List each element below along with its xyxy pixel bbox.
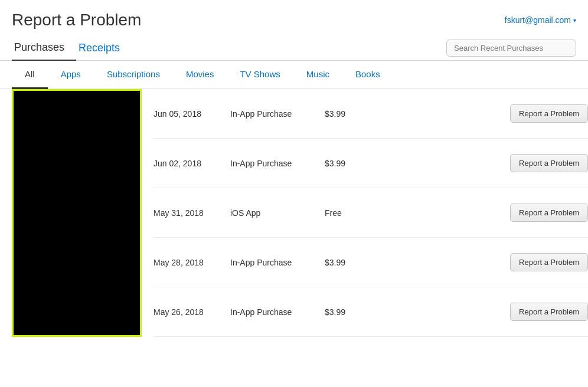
purchase-date: May 26, 2018 bbox=[153, 307, 230, 317]
chevron-down-icon: ▾ bbox=[573, 17, 576, 24]
search-input[interactable] bbox=[446, 40, 576, 57]
report-problem-button[interactable]: Report a Problem bbox=[510, 104, 588, 123]
category-tab-music[interactable]: Music bbox=[293, 61, 342, 89]
category-tab-all[interactable]: All bbox=[12, 61, 48, 89]
purchase-price: $3.99 bbox=[325, 258, 372, 267]
category-tab-apps[interactable]: Apps bbox=[48, 61, 94, 89]
app-thumbnail-image bbox=[12, 89, 142, 337]
purchase-row: Jun 02, 2018In-App Purchase$3.99Report a… bbox=[153, 139, 588, 188]
purchase-price: Free bbox=[325, 208, 372, 218]
main-tab-receipts[interactable]: Receipts bbox=[76, 35, 132, 60]
report-problem-button[interactable]: Report a Problem bbox=[510, 303, 588, 321]
main-tabs-left: PurchasesReceipts bbox=[12, 35, 132, 60]
purchase-price: $3.99 bbox=[325, 307, 372, 317]
purchase-type: In-App Purchase bbox=[230, 109, 325, 119]
purchase-date: May 28, 2018 bbox=[153, 258, 230, 267]
purchase-rows: Jun 05, 2018In-App Purchase$3.99Report a… bbox=[153, 89, 588, 337]
category-tab-movies[interactable]: Movies bbox=[173, 61, 227, 89]
category-tab-tvshows[interactable]: TV Shows bbox=[227, 61, 293, 89]
category-tab-books[interactable]: Books bbox=[342, 61, 393, 89]
purchase-date: Jun 02, 2018 bbox=[153, 159, 230, 168]
report-problem-button[interactable]: Report a Problem bbox=[510, 154, 588, 172]
user-menu[interactable]: fskurt@gmail.com ▾ bbox=[505, 15, 576, 25]
purchase-type: In-App Purchase bbox=[230, 159, 325, 168]
purchase-date: May 31, 2018 bbox=[153, 208, 230, 218]
purchase-price: $3.99 bbox=[325, 159, 372, 168]
purchase-price: $3.99 bbox=[325, 109, 372, 119]
purchase-row: Jun 05, 2018In-App Purchase$3.99Report a… bbox=[153, 89, 588, 139]
report-problem-button[interactable]: Report a Problem bbox=[510, 204, 588, 222]
purchase-list-container: Jun 05, 2018In-App Purchase$3.99Report a… bbox=[0, 89, 588, 337]
page-title: Report a Problem bbox=[12, 11, 141, 29]
category-tab-subscriptions[interactable]: Subscriptions bbox=[94, 61, 173, 89]
purchase-date: Jun 05, 2018 bbox=[153, 109, 230, 119]
purchase-type: In-App Purchase bbox=[230, 307, 325, 317]
main-tabs-bar: PurchasesReceipts bbox=[0, 35, 588, 61]
purchase-type: iOS App bbox=[230, 208, 325, 218]
purchase-row: May 31, 2018iOS AppFreeReport a Problem bbox=[153, 188, 588, 238]
main-tab-purchases[interactable]: Purchases bbox=[12, 35, 76, 61]
header: Report a Problem fskurt@gmail.com ▾ bbox=[0, 0, 588, 29]
report-problem-button[interactable]: Report a Problem bbox=[510, 253, 588, 271]
purchase-type: In-App Purchase bbox=[230, 258, 325, 267]
purchase-row: May 26, 2018In-App Purchase$3.99Report a… bbox=[153, 287, 588, 337]
purchase-row: May 28, 2018In-App Purchase$3.99Report a… bbox=[153, 238, 588, 287]
user-email: fskurt@gmail.com bbox=[505, 15, 571, 25]
category-tabs: AllAppsSubscriptionsMoviesTV ShowsMusicB… bbox=[0, 61, 588, 89]
